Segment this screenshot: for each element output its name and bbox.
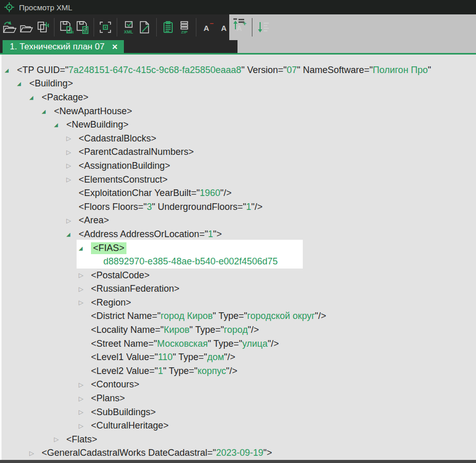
indent-spacer (2, 289, 79, 289)
xml-row[interactable]: ◢<FIAS> (2, 241, 476, 255)
xml-tag: "/> (268, 339, 279, 349)
xml-row[interactable]: <ExploitationChar YearBuilt="1960"/> (2, 186, 476, 200)
xml-row[interactable]: <Level1 Value="110" Type="дом"/> (2, 350, 476, 364)
folder-button[interactable] (19, 18, 34, 37)
zip-badge: ZIP (181, 30, 188, 34)
collapsed-toggle-icon[interactable]: ▷ (79, 422, 91, 430)
xml-row[interactable]: ▷<Contours> (2, 378, 476, 392)
xml-row[interactable]: ▷<CadastralBlocks> (2, 132, 476, 146)
collapsed-toggle-icon[interactable]: ▷ (66, 135, 79, 142)
xml-row[interactable]: ◢<NewBuilding> (2, 118, 476, 132)
xml-row[interactable]: ▷<Region> (2, 296, 476, 310)
collapsed-toggle-icon[interactable]: ▷ (79, 299, 91, 306)
collapsed-toggle-icon[interactable]: ▷ (54, 436, 66, 443)
xml-row[interactable]: d8892970-e385-48ae-b540-e002f4506d75 (2, 255, 476, 269)
xml-row[interactable]: ◢<Address AddressOrLocation="1"> (2, 227, 476, 241)
indent-spacer (2, 357, 79, 358)
protocol-button[interactable] (160, 18, 176, 37)
collapsed-toggle-icon[interactable]: ▷ (66, 162, 79, 169)
xml-row[interactable]: ▷<GeneralCadastralWorks DateCadastral="2… (2, 447, 476, 460)
expanded-toggle-icon[interactable]: ◢ (54, 122, 66, 128)
xml-row[interactable]: ▷<ParentCadastralNumbers> (2, 146, 476, 159)
font-letter: A (204, 24, 209, 32)
collapsed-toggle-icon[interactable]: ▷ (66, 149, 79, 156)
font-default-button[interactable]: A (216, 18, 232, 37)
xml-row[interactable]: <Locality Name="Киров" Type="город"/> (2, 323, 476, 337)
xml-tag: " Type=" (163, 366, 197, 377)
xml-row[interactable]: ◢<NewApartHouse> (2, 104, 476, 118)
xml-tag: <SubBuildings> (91, 407, 156, 418)
xml-tag: <Level1 Value=" (91, 352, 158, 363)
collapsed-toggle-icon[interactable]: ▷ (79, 408, 91, 416)
xml-row[interactable]: ▷<RussianFederation> (2, 282, 476, 296)
xml-row[interactable]: ▷<SubBuildings> (2, 405, 476, 419)
collapsed-toggle-icon[interactable]: ▷ (79, 272, 91, 279)
xml-row[interactable]: ▷<Flats> (2, 433, 476, 447)
xml-value: Московская (157, 339, 208, 349)
toolbar-separator (156, 18, 157, 37)
indent-spacer (2, 425, 79, 426)
expand-all-button[interactable] (256, 18, 271, 37)
xml-value: 110 (158, 352, 173, 363)
xml-row[interactable]: ▷<Area> (2, 214, 476, 228)
xml-tag: <ExploitationChar YearBuilt=" (79, 188, 200, 199)
collapsed-toggle-icon[interactable]: ▷ (66, 217, 79, 224)
collapse-all-button[interactable] (231, 14, 247, 33)
xml-tag-highlight: <FIAS> (91, 242, 126, 254)
xml-row[interactable]: ▷<ElementsConstruct> (2, 173, 476, 187)
xml-row[interactable]: <Street Name="Московская" Type="улица"/> (2, 337, 476, 351)
indent-spacer (2, 152, 66, 152)
select-block-button[interactable] (98, 18, 113, 37)
xml-row[interactable]: ◢<TP GUID="7a248151-647c-415c-9c68-fa258… (2, 63, 476, 77)
xml-tag: " (428, 65, 431, 76)
expanded-toggle-icon[interactable]: ◢ (79, 245, 91, 251)
save-report-button[interactable] (75, 18, 90, 37)
xml-tag: <CadastralBlocks> (79, 133, 156, 144)
indent-spacer (2, 248, 79, 248)
xml-row[interactable]: <Floors Floors="3" UndergroundFloors="1"… (2, 200, 476, 214)
expanded-toggle-icon[interactable]: ◢ (17, 81, 29, 86)
expanded-toggle-icon[interactable]: ◢ (66, 232, 79, 237)
xml-tag: <NewApartHouse> (54, 106, 132, 117)
xml-tag: <TP GUID=" (17, 65, 68, 76)
indent-spacer (2, 316, 79, 316)
tab-technical-plan[interactable]: 1. Технический план 07 ✕ (3, 40, 124, 53)
expanded-toggle-icon[interactable]: ◢ (42, 109, 54, 114)
tab-close-icon[interactable]: ✕ (112, 43, 118, 50)
collapsed-toggle-icon[interactable]: ▷ (29, 450, 42, 457)
indent-spacer (2, 453, 29, 453)
reopen-document-button[interactable] (35, 18, 50, 37)
xml-tag: <Building> (29, 78, 73, 89)
check-xml-button[interactable]: XML (121, 18, 136, 37)
save-xml-button[interactable]: XML (58, 18, 74, 37)
edit-document-button[interactable] (137, 18, 153, 37)
xml-row[interactable]: ▷<AssignationBuilding> (2, 159, 476, 173)
expanded-toggle-icon[interactable]: ◢ (29, 95, 42, 100)
toolbar-separator (54, 18, 54, 37)
collapsed-toggle-icon[interactable]: ▷ (79, 381, 91, 388)
xml-row[interactable]: ▷<CulturalHeritage> (2, 419, 476, 433)
xml-row[interactable]: <District Name="город Киров" Type="город… (2, 310, 476, 324)
xml-tag: <Floors Floors=" (79, 202, 147, 212)
collapsed-toggle-icon[interactable]: ▷ (79, 395, 91, 402)
xml-row[interactable]: ▷<Plans> (2, 391, 476, 405)
xml-row[interactable]: ▷<PostalCode> (2, 269, 476, 282)
collapsed-toggle-icon[interactable]: ▷ (79, 286, 91, 293)
xml-row[interactable]: ◢<Package> (2, 91, 476, 104)
zip-archive-button[interactable]: ZIP (177, 18, 192, 37)
xml-value: 1 (246, 202, 251, 212)
xml-value: 3 (147, 202, 152, 212)
font-decrease-button[interactable]: A − (200, 18, 215, 37)
open-file-button[interactable] (2, 18, 17, 37)
xml-row[interactable]: ◢<Building> (2, 77, 476, 91)
xml-tag: <Area> (79, 215, 109, 226)
xml-tag: <Level2 Value=" (91, 366, 158, 377)
xml-value: Полигон Про (373, 65, 428, 76)
xml-tag: "/> (248, 325, 259, 335)
expanded-toggle-icon[interactable]: ◢ (5, 67, 17, 73)
xml-row[interactable]: <Level2 Value="1" Type="корпус"/> (2, 364, 476, 378)
xml-value: 07 (287, 65, 297, 76)
toolbar-dark-panel: XML (0, 14, 229, 40)
collapsed-toggle-icon[interactable]: ▷ (66, 176, 79, 183)
xml-tag: <Contours> (91, 379, 139, 390)
